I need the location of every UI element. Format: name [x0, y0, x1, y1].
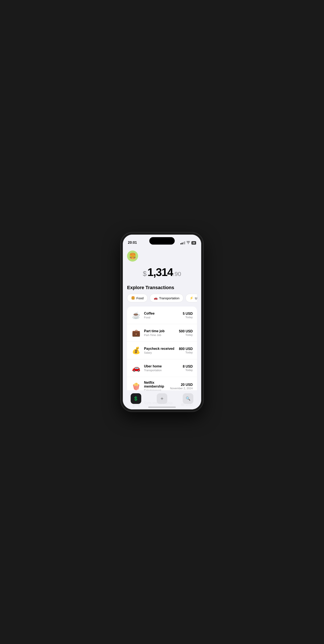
table-row[interactable]: 🚗 Uber home Transportation 8 USD Today: [127, 359, 197, 377]
avatar: 🍔: [127, 250, 138, 262]
table-row[interactable]: 💰 Paycheck received Salary 800 USD Today: [127, 342, 197, 359]
transaction-icon-netflix: 🍿: [131, 382, 141, 391]
balance-dollar-sign: $: [143, 270, 147, 278]
transaction-details: Uber home Transportation: [144, 364, 183, 372]
transaction-amount: 5 USD: [183, 312, 193, 316]
transaction-category: Food: [144, 316, 183, 319]
signal-icon: [180, 242, 185, 244]
transaction-amount: 8 USD: [183, 365, 193, 368]
phone-frame: 20:01 39: [121, 232, 203, 412]
status-icons: 39: [180, 241, 196, 244]
transaction-date: Today: [183, 316, 193, 319]
search-icon: 🔍: [186, 396, 190, 401]
transaction-icon-coffee: ☕: [131, 310, 141, 320]
home-indicator: [148, 407, 176, 408]
explore-title: Explore Transactions: [127, 285, 197, 290]
transaction-date: Today: [179, 351, 193, 354]
transaction-category: Salary: [144, 351, 179, 354]
transaction-amount: 20 USD: [170, 383, 193, 387]
filter-tab-transportation[interactable]: 🚗 Transportation: [150, 294, 183, 302]
transaction-details: Coffee Food: [144, 312, 183, 319]
transaction-icon-job: 💼: [131, 328, 141, 338]
wifi-icon: [186, 241, 190, 244]
transaction-date: Today: [183, 368, 193, 372]
nav-search[interactable]: 🔍: [183, 393, 193, 404]
dollar-icon: 💲: [133, 396, 139, 401]
battery-indicator: 39: [191, 241, 196, 244]
transaction-name: Paycheck received: [144, 347, 179, 351]
transaction-name: Coffee: [144, 312, 183, 316]
transaction-date: November 2, 2024: [170, 387, 193, 390]
main-content: 🍔 $ 1,314 .90 Explore Transactions 🍔 Foo…: [123, 246, 201, 410]
filter-tab-utility[interactable]: ⚡ Utility: [185, 294, 197, 302]
transaction-name: Netflix membership: [144, 381, 170, 388]
balance-main: 1,314: [147, 266, 173, 278]
nav-home[interactable]: 💲: [131, 393, 141, 404]
dynamic-island: [149, 237, 175, 244]
transaction-name: Uber home: [144, 364, 183, 368]
add-icon-circle: +: [157, 393, 167, 404]
transaction-amount: 500 USD: [179, 330, 193, 333]
table-row[interactable]: 💼 Part time job Part-Time Job 500 USD To…: [127, 324, 197, 342]
transaction-icon-uber: 🚗: [131, 363, 141, 373]
transaction-name: Part time job: [144, 329, 179, 333]
balance-cents: .90: [173, 271, 181, 278]
transaction-amount: 800 USD: [179, 347, 193, 351]
filter-tabs: 🍔 Food 🚗 Transportation ⚡ Utility 💼 Sala…: [127, 294, 197, 303]
status-time: 20:01: [128, 241, 137, 244]
search-icon-circle: 🔍: [183, 393, 193, 404]
transaction-category: Transportation: [144, 369, 183, 372]
screen: 20:01 39: [123, 234, 201, 410]
transaction-details: Paycheck received Salary: [144, 347, 179, 354]
transaction-details: Part time job Part-Time Job: [144, 329, 179, 337]
transaction-category: Part-Time Job: [144, 334, 179, 337]
filter-tab-food[interactable]: 🍔 Food: [127, 294, 148, 302]
transaction-icon-paycheck: 💰: [131, 346, 141, 355]
home-icon-circle: 💲: [131, 393, 141, 404]
table-row[interactable]: ☕ Coffee Food 5 USD Today: [127, 306, 197, 324]
plus-icon: +: [161, 396, 163, 402]
balance-display: $ 1,314 .90: [127, 266, 197, 278]
transaction-date: Today: [179, 333, 193, 336]
nav-add[interactable]: +: [157, 393, 167, 404]
